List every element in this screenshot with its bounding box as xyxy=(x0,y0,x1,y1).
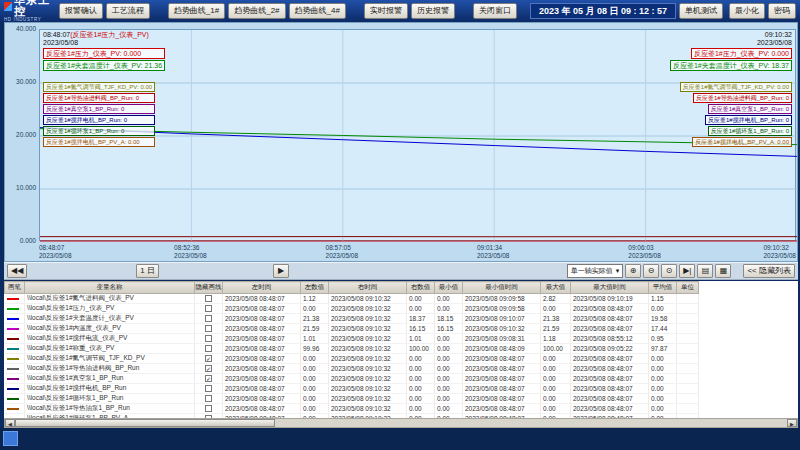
right-time-cell: 2023/05/08 09:10:32 xyxy=(329,294,407,304)
hide-line-cell xyxy=(195,304,223,314)
column-header[interactable]: 单位 xyxy=(677,282,699,294)
y-axis-label: 40.000 xyxy=(5,25,36,32)
table-row[interactable]: \\local\反应釜1#搅拌电流_仪表_PV2023/05/08 08:48:… xyxy=(5,334,699,344)
pen-color-swatch xyxy=(7,388,19,390)
zoom-out-icon[interactable]: ⊖ xyxy=(643,264,659,278)
pen-swatch-cell xyxy=(5,314,25,324)
export-icon[interactable]: ▤ xyxy=(697,264,713,278)
column-header[interactable]: 最大值时间 xyxy=(571,282,649,294)
left-time-cell: 2023/05/08 08:48:07 xyxy=(223,324,301,334)
table-row[interactable]: \\local\反应釜1#循环泵1_BP_Run2023/05/08 08:48… xyxy=(5,394,699,404)
table-row[interactable]: \\local\反应釜1#导热油进料阀_BP_Run✓2023/05/08 08… xyxy=(5,364,699,374)
column-header[interactable]: 平均值 xyxy=(649,282,677,294)
scroll-left-button[interactable]: ◀◀ xyxy=(7,264,27,278)
pen-swatch-cell xyxy=(5,384,25,394)
unit-cell xyxy=(677,294,699,304)
right-value-cell: 0.00 xyxy=(407,384,435,394)
legend-item: 反应釜1#导热油进料阀_BP_Run: 0 xyxy=(43,93,155,103)
toolbar-button-1[interactable]: 报警确认 xyxy=(59,3,103,19)
table-row[interactable]: \\local\反应釜1#氮气调节阀_TJF_KD_PV✓2023/05/08 … xyxy=(5,354,699,364)
hide-line-checkbox[interactable]: ✓ xyxy=(205,375,212,382)
single-test-button[interactable]: 单机测试 xyxy=(679,3,723,19)
toolbar-button-3[interactable]: 趋势曲线_1# xyxy=(168,3,225,19)
zoom-reset-icon[interactable]: ⊙ xyxy=(661,264,677,278)
play-button[interactable]: ▶ xyxy=(273,264,289,278)
min-value-cell: 0.00 xyxy=(435,304,463,314)
scrollbar-thumb[interactable] xyxy=(15,419,275,427)
scrollbar-right-arrow[interactable]: ▶ xyxy=(787,419,797,427)
column-header[interactable]: 左时间 xyxy=(223,282,301,294)
zoom-in-icon[interactable]: ⊕ xyxy=(625,264,641,278)
legend-item: 反应釜1#搅拌电机_BP_Run: 0 xyxy=(43,115,155,125)
column-header[interactable]: 最小值 xyxy=(435,282,463,294)
print-icon[interactable]: ▦ xyxy=(715,264,731,278)
horizontal-scrollbar[interactable]: ◀ ▶ xyxy=(4,418,798,428)
hide-line-checkbox[interactable]: ✓ xyxy=(205,365,212,372)
column-header[interactable]: 变量名称 xyxy=(25,282,195,294)
footer-start-button[interactable] xyxy=(3,431,18,446)
hide-line-checkbox[interactable] xyxy=(205,335,212,342)
left-time-cell: 2023/05/08 08:48:07 xyxy=(223,394,301,404)
hide-line-checkbox[interactable] xyxy=(205,395,212,402)
scrollbar-track[interactable] xyxy=(15,419,787,427)
hide-line-checkbox[interactable] xyxy=(205,305,212,312)
column-header[interactable]: 最小值时间 xyxy=(463,282,541,294)
password-button[interactable]: 密码 xyxy=(768,3,796,19)
toolbar-button-8[interactable]: 关闭窗口 xyxy=(473,3,517,19)
column-header[interactable]: 右数值 xyxy=(407,282,435,294)
unit-cell xyxy=(677,394,699,404)
hide-line-checkbox[interactable] xyxy=(205,325,212,332)
hide-line-checkbox[interactable] xyxy=(205,385,212,392)
hide-line-checkbox[interactable] xyxy=(205,315,212,322)
trend-chart-region: 40.00030.00020.00010.0000.000 08:48:07(反… xyxy=(4,22,798,262)
hide-line-checkbox[interactable] xyxy=(205,405,212,412)
toolbar-button-5[interactable]: 趋势曲线_4# xyxy=(289,3,346,19)
hide-line-checkbox[interactable]: ✓ xyxy=(205,355,212,362)
min-time-cell: 2023/05/08 08:48:07 xyxy=(463,384,541,394)
toolbar-button-6[interactable]: 实时报警 xyxy=(364,3,408,19)
table-row[interactable]: \\local\反应釜1#搅拌电机_BP_Run2023/05/08 08:48… xyxy=(5,384,699,394)
pen-swatch-cell xyxy=(5,324,25,334)
legend-item: 反应釜1#循环泵1_BP_Run: 0 xyxy=(43,126,155,136)
toolbar-button-2[interactable]: 工艺流程 xyxy=(106,3,150,19)
max-value-cell: 0.00 xyxy=(541,384,571,394)
y-axis-label: 20.000 xyxy=(5,131,36,138)
column-header[interactable]: 画笔 xyxy=(5,282,25,294)
avg-value-cell: 0.00 xyxy=(649,404,677,414)
variable-name-cell: \\local\反应釜1#氮气进料阀_仪表_PV xyxy=(25,294,195,304)
table-row[interactable]: \\local\反应釜1#导热油泵1_BP_Run2023/05/08 08:4… xyxy=(5,404,699,414)
hide-line-checkbox[interactable] xyxy=(205,295,212,302)
left-time-cell: 2023/05/08 08:48:07 xyxy=(223,304,301,314)
left-value-cell: 1.01 xyxy=(301,334,329,344)
toolbar-button-7[interactable]: 历史报警 xyxy=(411,3,455,19)
x-axis-tick: 09:01:342023/05/08 xyxy=(477,244,510,260)
table-row[interactable]: \\local\反应釜1#夹套温度计_仪表_PV2023/05/08 08:48… xyxy=(5,314,699,324)
right-time-cell: 2023/05/08 09:10:32 xyxy=(329,404,407,414)
plot-area[interactable]: 08:48:07(反应釜1#压力_仪表_PV) 2023/05/08 09:10… xyxy=(39,29,796,241)
step-end-button[interactable]: ▶| xyxy=(679,264,695,278)
column-header[interactable]: 最大值 xyxy=(541,282,571,294)
hide-line-cell: ✓ xyxy=(195,354,223,364)
column-header[interactable]: 右时间 xyxy=(329,282,407,294)
scrollbar-left-arrow[interactable]: ◀ xyxy=(5,419,15,427)
table-row[interactable]: \\local\反应釜1#真空泵1_BP_Run✓2023/05/08 08:4… xyxy=(5,374,699,384)
hide-list-button[interactable]: << 隐藏列表 xyxy=(743,264,795,278)
interval-button[interactable]: 1 日 xyxy=(136,264,159,278)
toolbar-button-4[interactable]: 趋势曲线_2# xyxy=(228,3,285,19)
left-time-cell: 2023/05/08 08:48:07 xyxy=(223,374,301,384)
right-value-cell: 0.00 xyxy=(407,394,435,404)
legend-left-analog: 反应釜1#压力_仪表_PV: 0.000反应釜1#夹套温度计_仪表_PV: 21… xyxy=(43,48,165,71)
column-header[interactable]: 隐藏画线 xyxy=(195,282,223,294)
minimize-button[interactable]: 最小化 xyxy=(729,3,765,19)
table-row[interactable]: \\local\反应釜1#内温度_仪表_PV2023/05/08 08:48:0… xyxy=(5,324,699,334)
axis-mode-select[interactable]: 单一轴实际值 ▾ xyxy=(567,264,624,278)
right-time-cell: 2023/05/08 09:10:32 xyxy=(329,354,407,364)
table-row[interactable]: \\local\反应釜1#氮气进料阀_仪表_PV2023/05/08 08:48… xyxy=(5,294,699,304)
table-row[interactable]: \\local\反应釜1#称重_仪表_PV2023/05/08 08:48:07… xyxy=(5,344,699,354)
tick-date: 2023/05/08 xyxy=(477,252,510,260)
hide-line-checkbox[interactable] xyxy=(205,345,212,352)
column-header[interactable]: 左数值 xyxy=(301,282,329,294)
cursor-time: 08:48:07 xyxy=(43,31,70,38)
table-row[interactable]: \\local\反应釜1#压力_仪表_PV2023/05/08 08:48:07… xyxy=(5,304,699,314)
avg-value-cell: 0.00 xyxy=(649,394,677,404)
